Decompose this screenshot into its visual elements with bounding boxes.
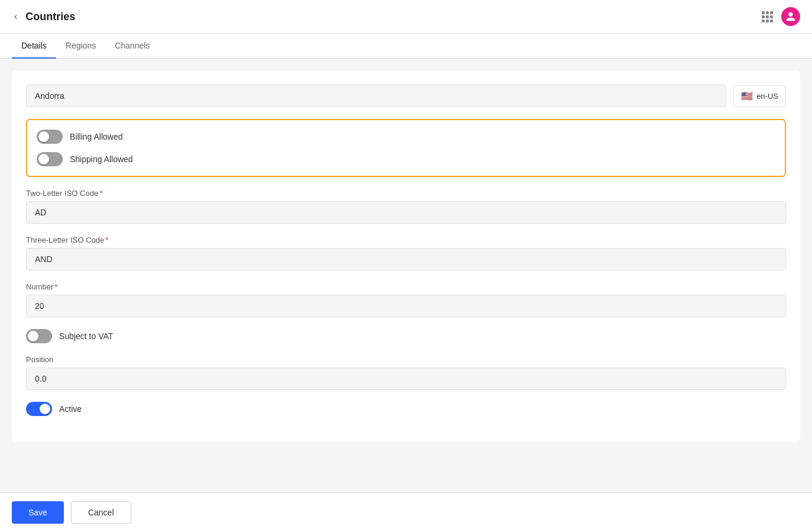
subject-to-vat-row: Subject to VAT [26,329,786,343]
position-input[interactable] [26,367,786,390]
form-card: 🇺🇸 en-US Billing Allowed [12,70,800,442]
position-field: Position [26,355,786,390]
number-field: Number* [26,282,786,317]
billing-toggle-thumb [38,131,49,142]
grid-dot [770,20,773,22]
active-row: Active [26,402,786,416]
lang-code: en-US [756,92,778,101]
country-name-input[interactable] [26,85,726,107]
vat-toggle-thumb [28,331,38,341]
position-label: Position [26,355,786,364]
page-title: Countries [25,11,75,23]
active-toggle-track [26,402,52,416]
top-bar-right [762,7,800,26]
number-input[interactable] [26,295,786,317]
shipping-toggle-track [37,152,63,166]
billing-allowed-toggle[interactable] [37,130,63,144]
grid-dot [762,11,765,14]
save-button[interactable]: Save [12,501,64,524]
grid-dot [770,15,773,18]
number-label: Number* [26,282,786,291]
grid-dot [770,11,773,14]
required-star: * [54,282,57,291]
required-star: * [105,236,108,244]
billing-allowed-label: Billing Allowed [70,132,123,141]
grid-dot [762,20,765,22]
active-label: Active [59,404,82,414]
grid-dot [766,20,769,22]
content-area: 🇺🇸 en-US Billing Allowed [0,59,812,490]
country-name-row: 🇺🇸 en-US [26,85,786,107]
tab-regions[interactable]: Regions [56,34,105,59]
user-avatar[interactable] [781,7,800,26]
top-bar: ‹ Countries [0,0,812,34]
tabs-bar: Details Regions Channels [0,34,812,59]
tab-details[interactable]: Details [12,34,56,59]
shipping-toggle-thumb [38,154,49,165]
subject-to-vat-toggle[interactable] [26,329,52,343]
active-toggle-thumb [40,404,50,414]
two-letter-iso-field: Two-Letter ISO Code* [26,189,786,224]
billing-allowed-row: Billing Allowed [37,130,775,144]
language-badge[interactable]: 🇺🇸 en-US [733,85,786,107]
grid-dot [766,15,769,18]
three-letter-iso-input[interactable] [26,248,786,270]
shipping-allowed-row: Shipping Allowed [37,152,775,166]
active-toggle[interactable] [26,402,52,416]
required-star: * [99,189,102,198]
tab-channels[interactable]: Channels [105,34,159,59]
grid-dot [766,11,769,14]
flag-icon: 🇺🇸 [741,91,753,102]
three-letter-iso-field: Three-Letter ISO Code* [26,236,786,270]
shipping-allowed-label: Shipping Allowed [70,154,133,164]
grid-dot [762,15,765,18]
bottom-bar: Save Cancel [0,492,812,532]
two-letter-iso-input[interactable] [26,201,786,224]
cancel-button[interactable]: Cancel [71,501,131,524]
back-button[interactable]: ‹ [12,9,20,24]
subject-to-vat-label: Subject to VAT [59,331,113,341]
shipping-allowed-toggle[interactable] [37,152,63,166]
billing-toggle-track [37,130,63,144]
top-bar-left: ‹ Countries [12,9,75,24]
billing-shipping-section: Billing Allowed Shipping Allowed [26,119,786,177]
grid-menu-icon[interactable] [762,11,773,22]
two-letter-iso-label: Two-Letter ISO Code* [26,189,786,198]
three-letter-iso-label: Three-Letter ISO Code* [26,236,786,244]
vat-toggle-track [26,329,52,343]
